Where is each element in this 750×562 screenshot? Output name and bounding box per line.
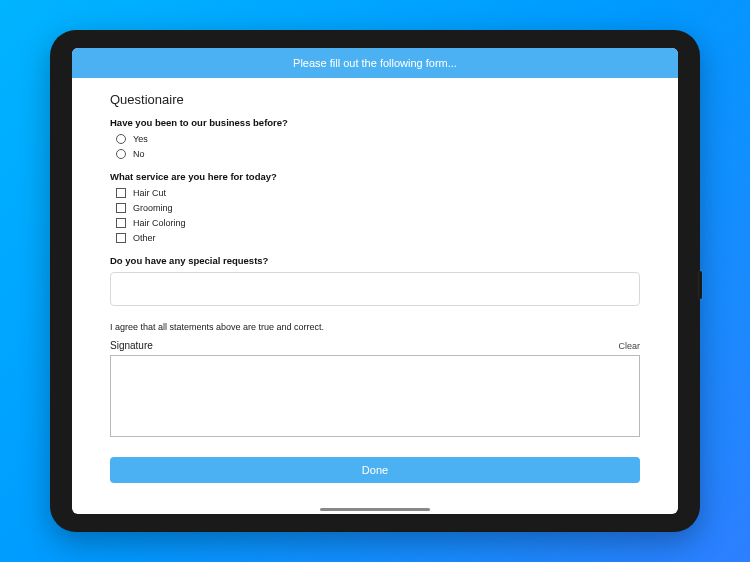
- checkbox-option-haircut[interactable]: Hair Cut: [110, 188, 640, 198]
- q2-label: What service are you here for today?: [110, 171, 640, 182]
- q1-label: Have you been to our business before?: [110, 117, 640, 128]
- questionnaire-title: Questionaire: [110, 92, 640, 107]
- checkbox-icon: [116, 203, 126, 213]
- form-content: Questionaire Have you been to our busine…: [72, 78, 678, 514]
- question-1: Have you been to our business before? Ye…: [110, 117, 640, 159]
- radio-option-yes[interactable]: Yes: [110, 134, 640, 144]
- option-label: Other: [133, 233, 156, 243]
- special-requests-input[interactable]: [110, 272, 640, 306]
- form-header: Please fill out the following form...: [72, 48, 678, 78]
- checkbox-icon: [116, 218, 126, 228]
- tablet-frame: Please fill out the following form... Qu…: [50, 30, 700, 532]
- checkbox-option-other[interactable]: Other: [110, 233, 640, 243]
- signature-input[interactable]: [110, 355, 640, 437]
- signature-header: Signature Clear: [110, 340, 640, 351]
- clear-signature-link[interactable]: Clear: [618, 341, 640, 351]
- option-label: Yes: [133, 134, 148, 144]
- checkbox-icon: [116, 233, 126, 243]
- app-screen: Please fill out the following form... Qu…: [72, 48, 678, 514]
- option-label: Hair Coloring: [133, 218, 186, 228]
- option-label: Hair Cut: [133, 188, 166, 198]
- question-3: Do you have any special requests?: [110, 255, 640, 310]
- radio-option-no[interactable]: No: [110, 149, 640, 159]
- checkbox-option-grooming[interactable]: Grooming: [110, 203, 640, 213]
- option-label: Grooming: [133, 203, 173, 213]
- done-button[interactable]: Done: [110, 457, 640, 483]
- radio-icon: [116, 149, 126, 159]
- signature-label: Signature: [110, 340, 153, 351]
- home-indicator: [320, 508, 430, 511]
- checkbox-option-haircoloring[interactable]: Hair Coloring: [110, 218, 640, 228]
- checkbox-icon: [116, 188, 126, 198]
- question-2: What service are you here for today? Hai…: [110, 171, 640, 243]
- option-label: No: [133, 149, 145, 159]
- q3-label: Do you have any special requests?: [110, 255, 640, 266]
- agreement-text: I agree that all statements above are tr…: [110, 322, 640, 332]
- radio-icon: [116, 134, 126, 144]
- header-title: Please fill out the following form...: [293, 57, 457, 69]
